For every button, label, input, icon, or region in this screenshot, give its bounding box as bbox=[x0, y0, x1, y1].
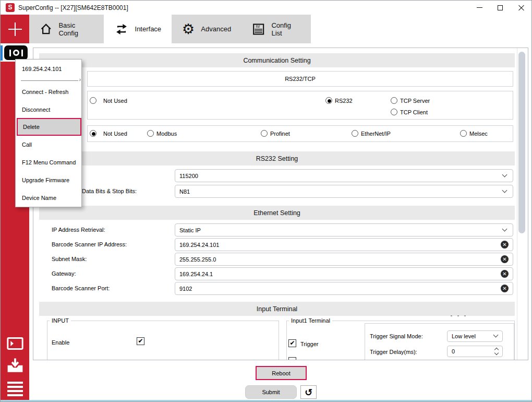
input1-terminal-legend: Input1 Terminal bbox=[289, 317, 332, 324]
tab-config-list[interactable]: list Config List bbox=[241, 15, 311, 43]
transfer-arrows-icon bbox=[114, 22, 129, 37]
gateway-input[interactable]: 169.254.24.1 ✕ bbox=[175, 267, 513, 280]
trigger-signal-mode-select[interactable]: Low level bbox=[447, 330, 503, 342]
tab-label: Interface bbox=[135, 25, 162, 33]
clipped-border-dots bbox=[451, 315, 466, 316]
section-header-input-terminal: Input Terminal bbox=[39, 302, 515, 316]
radio-melsec[interactable] bbox=[460, 130, 467, 137]
trigger-checkbox[interactable]: ✔ bbox=[288, 339, 296, 347]
device-selected-indicator bbox=[1, 45, 3, 61]
radio-label: TCP Client bbox=[400, 109, 428, 115]
menu-item-f12-menu-command[interactable]: F12 Menu Command bbox=[17, 153, 81, 171]
menu-item-disconnect[interactable]: Disconnect bbox=[17, 101, 81, 119]
radio-ethernet-ip[interactable] bbox=[352, 130, 358, 137]
list-document-icon: list bbox=[252, 22, 265, 37]
radio-label: Profinet bbox=[270, 131, 290, 137]
clear-field-icon[interactable]: ✕ bbox=[501, 241, 509, 249]
input-group: INPUT bbox=[47, 317, 279, 360]
menu-item-upgrade-firmware[interactable]: Upgrade Firmware bbox=[17, 171, 81, 189]
device-context-menu: 169.254.24.101 › Connect - Refresh Disco… bbox=[15, 59, 82, 207]
menu-item-device-name[interactable]: Device Name bbox=[17, 189, 81, 207]
radio-label: EtherNet/IP bbox=[361, 131, 391, 137]
radio-label: Modbus bbox=[156, 131, 177, 137]
minimize-icon bbox=[477, 7, 482, 8]
menu-item-connect-refresh[interactable]: Connect - Refresh bbox=[17, 83, 81, 101]
radio-profinet[interactable] bbox=[261, 130, 268, 137]
undo-icon: ↺ bbox=[305, 387, 312, 398]
minimize-button[interactable] bbox=[469, 1, 490, 15]
reboot-button[interactable]: Reboot bbox=[256, 366, 307, 380]
chevron-down-icon bbox=[502, 226, 507, 231]
menu-button[interactable] bbox=[1, 382, 29, 396]
radio-label: TCP Server bbox=[400, 98, 430, 104]
clear-field-icon[interactable]: ✕ bbox=[501, 270, 509, 278]
baud-rate-select[interactable]: 115200 bbox=[175, 169, 513, 182]
scrollbar-thumb[interactable] bbox=[518, 52, 525, 233]
scanner-device-icon bbox=[4, 45, 28, 60]
scanner-ip-input[interactable]: 169.254.24.101 ✕ bbox=[175, 238, 513, 251]
tab-interface[interactable]: Interface bbox=[104, 15, 172, 43]
trigger-delay-spinner[interactable]: 0 bbox=[447, 346, 503, 357]
clear-field-icon[interactable]: ✕ bbox=[501, 255, 509, 263]
radio-tcp-server[interactable] bbox=[391, 97, 397, 104]
scanner-ip-label: Barcode Scanner IP Address: bbox=[52, 241, 127, 247]
baud-rate-value: 115200 bbox=[179, 173, 198, 179]
undo-button[interactable]: ↺ bbox=[300, 385, 317, 399]
radio-label: RS232 bbox=[335, 98, 353, 104]
vertical-scrollbar[interactable] bbox=[517, 48, 528, 360]
maximize-icon bbox=[498, 5, 503, 10]
scanner-port-input[interactable]: 9102 ✕ bbox=[175, 282, 513, 295]
menu-item-call[interactable]: Call bbox=[17, 136, 81, 153]
radio-modbus[interactable] bbox=[147, 130, 154, 137]
submit-button[interactable]: Submit bbox=[245, 385, 297, 399]
radio-not-used-1[interactable] bbox=[90, 97, 96, 104]
data-bits-value: N81 bbox=[179, 188, 190, 195]
radio-tcp-client[interactable] bbox=[391, 109, 397, 115]
trigger-delay-value: 0 bbox=[452, 348, 455, 354]
radio-label: Not Used bbox=[103, 98, 127, 104]
spinner-buttons[interactable] bbox=[493, 347, 500, 356]
radio-not-used-2[interactable] bbox=[90, 130, 96, 137]
trigger-label: Trigger bbox=[300, 341, 318, 347]
download-tray-icon bbox=[6, 358, 24, 374]
communication-mode-box[interactable]: RS232/TCP bbox=[87, 71, 513, 87]
tab-label: Config List bbox=[271, 21, 300, 37]
data-bits-select[interactable]: N81 bbox=[175, 185, 513, 198]
radio-label: Not Used bbox=[103, 131, 127, 137]
spin-down-icon bbox=[494, 351, 499, 355]
tab-advanced[interactable]: ⚙ Advanced bbox=[172, 15, 241, 43]
scanner-port-label: Barcode Scanner Port: bbox=[52, 285, 110, 291]
close-icon bbox=[518, 5, 524, 10]
maximize-button[interactable] bbox=[490, 1, 511, 15]
ip-retrieval-select[interactable]: Static IP bbox=[175, 223, 513, 237]
subnet-mask-input[interactable]: 255.255.255.0 ✕ bbox=[175, 253, 513, 266]
hamburger-icon bbox=[7, 382, 23, 396]
clipped-checkbox[interactable] bbox=[288, 357, 296, 360]
window-title: SuperConfig -- [X27][SM642E8TB0001] bbox=[18, 4, 128, 11]
tab-basic-config[interactable]: Basic Config bbox=[29, 15, 104, 43]
gateway-label: Gateway: bbox=[52, 270, 76, 277]
context-menu-device-ip: 169.254.24.101 bbox=[22, 66, 62, 72]
enable-label: Enable bbox=[52, 339, 69, 346]
submenu-arrow-icon: › bbox=[79, 77, 81, 82]
menu-item-delete[interactable]: Delete bbox=[17, 118, 81, 136]
terminal-button[interactable] bbox=[1, 337, 29, 350]
terminal-icon bbox=[7, 337, 23, 350]
chevron-down-icon bbox=[493, 333, 499, 338]
section-header-rs232: RS232 Setting bbox=[39, 151, 515, 165]
radio-rs232[interactable] bbox=[325, 97, 332, 104]
menu-separator bbox=[21, 80, 78, 81]
enable-checkbox[interactable]: ✔ bbox=[137, 337, 144, 345]
subnet-mask-label: Subnet Mask: bbox=[52, 256, 87, 262]
app-logo-icon: S bbox=[6, 3, 15, 12]
trigger-signal-mode-label: Trigger Signal Mode: bbox=[370, 333, 423, 339]
clear-field-icon[interactable]: ✕ bbox=[501, 285, 509, 292]
plus-icon bbox=[8, 22, 22, 36]
import-config-button[interactable] bbox=[1, 358, 29, 374]
ip-retrieval-label: IP Address Retrieval: bbox=[52, 227, 105, 233]
chevron-down-icon bbox=[502, 187, 507, 193]
add-device-button[interactable] bbox=[1, 15, 29, 43]
tab-label: Advanced bbox=[201, 25, 231, 33]
section-header-communication: Communication Setting bbox=[39, 53, 515, 67]
close-button[interactable] bbox=[511, 1, 531, 15]
